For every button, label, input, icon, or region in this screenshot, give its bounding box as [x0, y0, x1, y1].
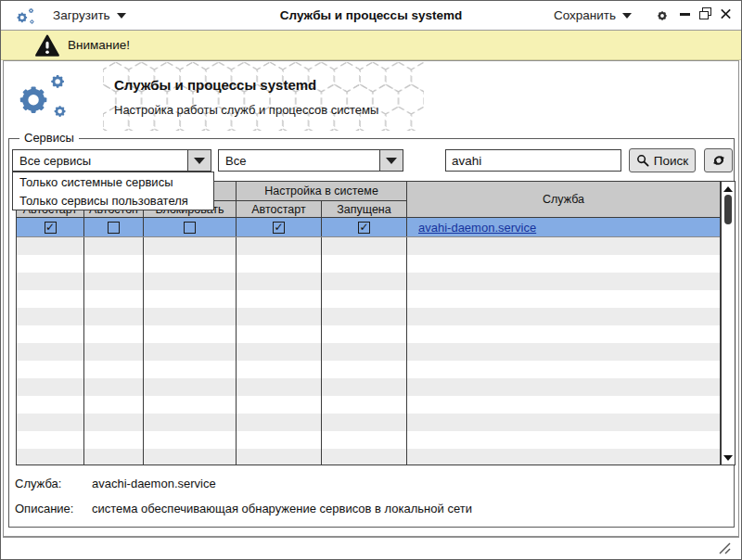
col-header-sys-autostart: Автостарт — [237, 201, 322, 218]
settings-gear-icon[interactable] — [653, 6, 672, 25]
service-scope-dropdown: Только системные сервисы Только сервисы … — [12, 172, 214, 210]
combo-dropdown-button[interactable] — [187, 150, 211, 171]
description-detail-value: система обеспечивающая обнаружение серви… — [92, 502, 472, 515]
close-button[interactable] — [720, 7, 732, 20]
chevron-down-icon — [194, 158, 205, 164]
service-scope-value: Все сервисы — [13, 150, 187, 171]
services-table: Настройка в системе Служба Автостарт Авт… — [16, 181, 721, 465]
service-scope-combobox[interactable]: Все сервисы — [12, 149, 211, 172]
col-header-running: Запущена — [322, 201, 407, 218]
running-checkbox[interactable]: ✓ — [358, 222, 370, 234]
table-empty-rows — [17, 237, 720, 465]
title-bar: Загрузить Службы и процессы systemd Сохр… — [1, 1, 741, 31]
chevron-down-icon — [386, 158, 397, 164]
state-filter-value: Все — [219, 150, 379, 171]
arrow-down-icon — [723, 455, 733, 461]
search-button[interactable]: Поиск — [629, 148, 696, 172]
description-detail-label: Описание: — [15, 502, 73, 515]
restore-button[interactable] — [699, 7, 711, 20]
app-gears-icon — [13, 6, 38, 27]
service-detail-label: Служба: — [15, 477, 61, 490]
warning-banner: Внимание! — [1, 31, 741, 60]
block-checkbox[interactable] — [184, 222, 196, 234]
app-logo-gears-icon — [12, 68, 73, 125]
load-menu-label: Загрузить — [53, 8, 110, 22]
services-groupbox: Сервисы Все сервисы Только системные сер… — [8, 138, 735, 528]
magnifier-icon — [636, 154, 649, 167]
page-title: Службы и процессы systemd — [114, 77, 316, 93]
table-row-selected[interactable]: ✓ ✓ ✓ avahi-daemon.service — [17, 218, 720, 237]
dropdown-option-system[interactable]: Только системные сервисы — [13, 172, 213, 191]
window-controls — [679, 7, 732, 20]
chevron-down-icon — [622, 13, 632, 19]
arrow-up-icon — [723, 186, 733, 192]
load-menu-button[interactable]: Загрузить — [47, 1, 132, 30]
search-button-label: Поиск — [654, 154, 688, 168]
page-subtitle: Настройка работы служб и процессов систе… — [114, 103, 378, 117]
service-detail-value: avachi-daemon.service — [92, 477, 216, 490]
warning-triangle-icon — [35, 34, 59, 57]
scroll-down-button[interactable] — [722, 452, 735, 464]
service-link[interactable]: avahi-daemon.service — [418, 221, 536, 235]
dropdown-option-user[interactable]: Только сервисы пользователя — [13, 191, 213, 210]
state-filter-combobox[interactable]: Все — [218, 149, 403, 172]
hexagon-pattern — [103, 62, 424, 131]
autostart-checkbox[interactable]: ✓ — [45, 222, 57, 234]
refresh-icon — [711, 153, 726, 168]
table-group-header-system: Настройка в системе — [237, 182, 407, 201]
scrollbar-thumb[interactable] — [724, 195, 732, 224]
app-window: Загрузить Службы и процессы systemd Сохр… — [0, 0, 742, 560]
sys-autostart-checkbox[interactable]: ✓ — [273, 222, 285, 234]
chevron-down-icon — [117, 13, 126, 19]
scroll-up-button[interactable] — [722, 183, 735, 195]
combo-dropdown-button[interactable] — [379, 150, 403, 171]
vertical-scrollbar[interactable] — [721, 181, 736, 465]
table-header-service: Служба — [407, 182, 720, 218]
minimize-button[interactable] — [679, 7, 691, 20]
search-input[interactable] — [445, 149, 621, 172]
save-menu-button[interactable]: Сохранить — [548, 1, 637, 30]
refresh-button[interactable] — [704, 148, 733, 172]
groupbox-legend: Сервисы — [19, 131, 79, 145]
resize-grip[interactable] — [719, 542, 732, 554]
autostop-checkbox[interactable] — [108, 222, 120, 234]
warning-text: Внимание! — [68, 38, 130, 52]
save-menu-label: Сохранить — [554, 8, 616, 22]
status-bar — [3, 537, 739, 559]
